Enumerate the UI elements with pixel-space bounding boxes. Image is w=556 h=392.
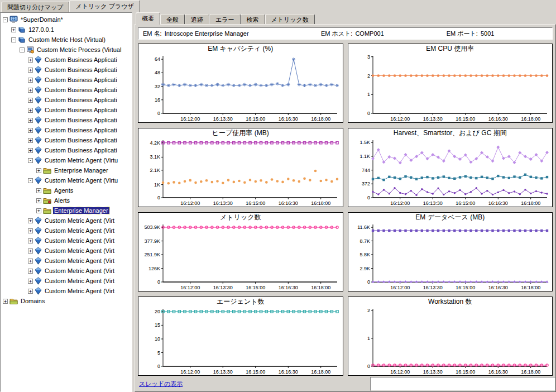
agent-icon bbox=[35, 277, 42, 285]
expand-icon[interactable]: + bbox=[28, 148, 33, 153]
tree-item[interactable]: +Custom Business Applicati bbox=[1, 95, 132, 105]
tree-item[interactable]: +Domains bbox=[1, 296, 132, 306]
expand-icon[interactable]: + bbox=[28, 68, 33, 73]
chart-title: エージェント数 bbox=[138, 297, 343, 306]
tree-item[interactable]: +Enterprise Manager bbox=[1, 205, 132, 216]
chart-2[interactable]: ヒープ使用率 (MB)01K2.1K3.1K4.2K16:12:0016:13:… bbox=[138, 128, 343, 207]
tree-item[interactable]: +Custom Metric Agent (Virt bbox=[1, 216, 132, 226]
tab-general[interactable]: 全般 bbox=[160, 14, 185, 25]
show-threads-link[interactable]: スレッドの表示 bbox=[139, 380, 183, 387]
chart-5[interactable]: EM データベース (MB)02.9K5.8K8.7K11.6K16:12:00… bbox=[348, 212, 553, 291]
svg-text:16:16:30: 16:16:30 bbox=[488, 285, 507, 290]
em-info-field: EM ポート:5001 bbox=[447, 30, 548, 38]
expand-icon[interactable]: + bbox=[28, 269, 33, 274]
tree-item[interactable]: +Custom Business Applicati bbox=[1, 85, 132, 95]
svg-text:1: 1 bbox=[367, 336, 370, 341]
tree-item[interactable]: +Custom Business Applicati bbox=[1, 65, 132, 75]
expand-icon[interactable]: + bbox=[28, 259, 33, 264]
chart-1[interactable]: EM CPU 使用率012316:12:0016:13:3016:15:0016… bbox=[348, 44, 553, 123]
collapse-icon[interactable]: - bbox=[28, 178, 33, 183]
expand-icon[interactable]: + bbox=[28, 279, 33, 284]
agent-icon bbox=[35, 257, 42, 265]
tree-item[interactable]: -Custom Metric Process (Virtual bbox=[1, 45, 132, 55]
tree-item[interactable]: -Custom Metric Agent (Virtu bbox=[1, 155, 132, 165]
svg-text:15: 15 bbox=[155, 322, 160, 328]
tree-item[interactable]: -*SuperDomain* bbox=[1, 15, 132, 25]
tree-item[interactable]: +Custom Metric Agent (Virt bbox=[1, 226, 132, 236]
collapse-icon[interactable]: - bbox=[3, 17, 8, 22]
domain-icon bbox=[9, 16, 18, 23]
tab-label: 追跡 bbox=[191, 16, 203, 23]
tree-item[interactable]: +Custom Metric Agent (Virt bbox=[1, 266, 132, 276]
chart-7[interactable]: Workstation 数01216:12:0016:13:3016:15:00… bbox=[348, 297, 553, 376]
tree-item[interactable]: +Custom Metric Agent (Virt bbox=[1, 246, 132, 256]
collapse-icon[interactable]: - bbox=[11, 37, 16, 42]
expand-icon[interactable]: + bbox=[28, 228, 33, 233]
expand-icon[interactable]: + bbox=[28, 238, 33, 243]
expand-icon[interactable]: + bbox=[11, 27, 16, 32]
tree-item[interactable]: +Custom Business Applicati bbox=[1, 75, 132, 85]
agent-icon bbox=[35, 126, 42, 134]
tree-item[interactable]: +Custom Business Applicati bbox=[1, 125, 132, 135]
tree-item-label: Custom Business Applicati bbox=[44, 137, 118, 144]
tree-item[interactable]: +Custom Metric Agent (Virt bbox=[1, 276, 132, 286]
expand-icon[interactable]: + bbox=[36, 168, 41, 173]
workspace-tab-problem-triage-map[interactable]: 問題切り分けマップ bbox=[1, 2, 69, 12]
expand-icon[interactable]: + bbox=[36, 188, 41, 193]
collapse-icon[interactable]: - bbox=[20, 47, 25, 52]
tree-item[interactable]: +Custom Business Applicati bbox=[1, 135, 132, 145]
expand-icon[interactable]: + bbox=[28, 78, 33, 83]
tree-item[interactable]: +Agents bbox=[1, 185, 132, 195]
tab-overview[interactable]: 概要 bbox=[136, 12, 160, 25]
agent-icon bbox=[35, 116, 42, 124]
tree-item[interactable]: +Custom Business Applicati bbox=[1, 55, 132, 65]
tree-item[interactable]: +Custom Metric Agent (Virt bbox=[1, 286, 132, 296]
chart-6[interactable]: エージェント数0510152016:12:0016:13:3016:15:001… bbox=[138, 297, 343, 376]
expand-icon[interactable]: + bbox=[28, 289, 33, 294]
tree-item[interactable]: +Custom Business Applicati bbox=[1, 115, 132, 125]
expand-icon[interactable]: + bbox=[28, 58, 33, 63]
tree-item-label: Custom Metric Agent (Virt bbox=[44, 237, 116, 244]
expand-icon[interactable]: + bbox=[28, 128, 33, 133]
svg-text:16:18:00: 16:18:00 bbox=[521, 285, 540, 290]
chart-0[interactable]: EM キャパシティ (%)01632486416:12:0016:13:3016… bbox=[138, 44, 343, 123]
expand-icon[interactable]: + bbox=[28, 218, 33, 223]
tree-item[interactable]: +Custom Business Applicati bbox=[1, 145, 132, 155]
collapse-icon[interactable]: - bbox=[28, 158, 33, 163]
chart-3[interactable]: Harvest、Smartstor、および GC 期間03727441.1K1.… bbox=[348, 128, 553, 207]
tree-item[interactable]: -Custom Metric Host (Virtual) bbox=[1, 35, 132, 45]
svg-text:32: 32 bbox=[155, 84, 160, 89]
workspace-tab-metric-browser[interactable]: メトリック ブラウザ bbox=[69, 0, 140, 12]
chart-4[interactable]: メトリック数0126K251.9K377.9K503.9K16:12:0016:… bbox=[138, 212, 343, 291]
expand-icon[interactable]: + bbox=[28, 88, 33, 93]
tree-item[interactable]: +127.0.0.1 bbox=[1, 25, 132, 35]
tab-search[interactable]: 検索 bbox=[241, 14, 265, 25]
expand-icon[interactable]: + bbox=[28, 98, 33, 103]
tree-item-label: 127.0.0.1 bbox=[27, 26, 55, 33]
expand-icon[interactable]: + bbox=[36, 208, 41, 213]
tree-item[interactable]: -Custom Metric Agent (Virtu bbox=[1, 175, 132, 185]
tree-item[interactable]: +Alerts bbox=[1, 195, 132, 205]
tree-item-label: Domains bbox=[20, 298, 46, 304]
expand-icon[interactable]: + bbox=[28, 138, 33, 143]
chart-canvas: 02.9K5.8K8.7K11.6K16:12:0016:13:3016:15:… bbox=[348, 222, 553, 291]
expand-icon[interactable]: + bbox=[28, 118, 33, 123]
tab-trace[interactable]: 追跡 bbox=[185, 14, 209, 25]
expand-icon[interactable]: + bbox=[28, 108, 33, 113]
expand-icon[interactable]: + bbox=[3, 299, 8, 304]
tree-item-label: Custom Metric Agent (Virt bbox=[44, 247, 116, 254]
info-label: EM ホスト: bbox=[321, 30, 352, 37]
tree-item[interactable]: +Custom Metric Agent (Virt bbox=[1, 236, 132, 246]
tab-error[interactable]: エラー bbox=[209, 14, 241, 25]
svg-text:16:12:00: 16:12:00 bbox=[180, 285, 200, 290]
tree-item[interactable]: +Custom Business Applicati bbox=[1, 105, 132, 115]
tree-item[interactable]: +Enterprise Manager bbox=[1, 165, 132, 175]
expand-icon[interactable]: + bbox=[36, 198, 41, 203]
expand-icon[interactable]: + bbox=[28, 248, 33, 254]
svg-text:16: 16 bbox=[155, 97, 160, 103]
svg-text:16:15:00: 16:15:00 bbox=[456, 200, 475, 206]
svg-text:2: 2 bbox=[367, 308, 370, 313]
info-value: Introscope Enterprise Manager bbox=[165, 30, 249, 37]
tab-metric-count[interactable]: メトリック数 bbox=[265, 14, 315, 25]
tree-item[interactable]: +Custom Metric Agent (Virt bbox=[1, 256, 132, 266]
